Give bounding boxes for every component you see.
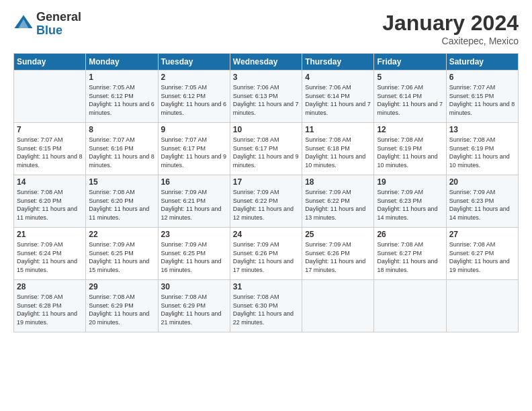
- day-info: Sunrise: 7:07 AMSunset: 6:16 PMDaylight:…: [89, 136, 154, 169]
- header: General Blue January 2024 Caxitepec, Mex…: [13, 11, 519, 46]
- weekday-header-thursday: Thursday: [302, 54, 374, 71]
- day-number: 18: [305, 177, 371, 187]
- weekday-header-wednesday: Wednesday: [230, 54, 302, 71]
- day-number: 8: [89, 125, 154, 134]
- day-info: Sunrise: 7:07 AMSunset: 6:15 PMDaylight:…: [449, 83, 515, 117]
- weekday-header-sunday: Sunday: [14, 54, 86, 71]
- day-info: Sunrise: 7:05 AMSunset: 6:12 PMDaylight:…: [161, 83, 227, 117]
- day-info: Sunrise: 7:09 AMSunset: 6:22 PMDaylight:…: [305, 188, 371, 222]
- day-info: Sunrise: 7:06 AMSunset: 6:14 PMDaylight:…: [377, 83, 443, 117]
- calendar-cell: 8Sunrise: 7:07 AMSunset: 6:16 PMDaylight…: [86, 123, 158, 175]
- day-number: 31: [233, 282, 299, 291]
- day-info: Sunrise: 7:08 AMSunset: 6:19 PMDaylight:…: [377, 136, 443, 169]
- calendar-cell: 15Sunrise: 7:08 AMSunset: 6:20 PMDayligh…: [86, 175, 158, 228]
- calendar-cell: 17Sunrise: 7:09 AMSunset: 6:22 PMDayligh…: [230, 175, 302, 228]
- calendar-cell: 5Sunrise: 7:06 AMSunset: 6:14 PMDaylight…: [374, 71, 446, 123]
- day-number: 26: [377, 230, 443, 239]
- calendar-cell: 10Sunrise: 7:08 AMSunset: 6:17 PMDayligh…: [230, 123, 302, 175]
- calendar-cell: 29Sunrise: 7:08 AMSunset: 6:29 PMDayligh…: [86, 280, 158, 332]
- calendar-cell: 4Sunrise: 7:06 AMSunset: 6:14 PMDaylight…: [302, 71, 374, 123]
- logo-general-text: General: [36, 11, 81, 24]
- calendar-cell: 14Sunrise: 7:08 AMSunset: 6:20 PMDayligh…: [14, 175, 86, 228]
- logo: General Blue: [13, 11, 81, 38]
- day-number: 16: [161, 177, 227, 187]
- week-row-0: 1Sunrise: 7:05 AMSunset: 6:12 PMDaylight…: [14, 71, 519, 123]
- calendar-cell: [374, 280, 446, 332]
- day-number: 9: [161, 125, 227, 134]
- calendar-cell: 21Sunrise: 7:09 AMSunset: 6:24 PMDayligh…: [14, 228, 86, 280]
- calendar-cell: 11Sunrise: 7:08 AMSunset: 6:18 PMDayligh…: [302, 123, 374, 175]
- day-number: 6: [449, 73, 515, 82]
- day-info: Sunrise: 7:08 AMSunset: 6:17 PMDaylight:…: [233, 136, 299, 169]
- day-info: Sunrise: 7:06 AMSunset: 6:14 PMDaylight:…: [305, 83, 371, 117]
- day-info: Sunrise: 7:09 AMSunset: 6:26 PMDaylight:…: [305, 240, 371, 274]
- day-info: Sunrise: 7:09 AMSunset: 6:23 PMDaylight:…: [377, 188, 443, 222]
- calendar-cell: 9Sunrise: 7:07 AMSunset: 6:17 PMDaylight…: [158, 123, 230, 175]
- calendar-cell: 26Sunrise: 7:08 AMSunset: 6:27 PMDayligh…: [374, 228, 446, 280]
- weekday-header-monday: Monday: [86, 54, 158, 71]
- day-number: 27: [449, 230, 515, 239]
- day-info: Sunrise: 7:09 AMSunset: 6:23 PMDaylight:…: [449, 188, 515, 222]
- day-info: Sunrise: 7:09 AMSunset: 6:21 PMDaylight:…: [161, 188, 227, 222]
- day-number: 19: [377, 177, 443, 187]
- day-number: 14: [17, 177, 83, 187]
- day-info: Sunrise: 7:09 AMSunset: 6:26 PMDaylight:…: [233, 240, 299, 274]
- day-number: 7: [17, 125, 83, 134]
- day-info: Sunrise: 7:08 AMSunset: 6:20 PMDaylight:…: [89, 188, 154, 222]
- week-row-2: 14Sunrise: 7:08 AMSunset: 6:20 PMDayligh…: [14, 175, 519, 228]
- day-number: 4: [305, 73, 371, 82]
- location: Caxitepec, Mexico: [382, 36, 519, 46]
- title-block: January 2024 Caxitepec, Mexico: [382, 11, 519, 46]
- page: General Blue January 2024 Caxitepec, Mex…: [0, 0, 532, 411]
- calendar-cell: 1Sunrise: 7:05 AMSunset: 6:12 PMDaylight…: [86, 71, 158, 123]
- day-info: Sunrise: 7:05 AMSunset: 6:12 PMDaylight:…: [89, 83, 154, 117]
- week-row-3: 21Sunrise: 7:09 AMSunset: 6:24 PMDayligh…: [14, 228, 519, 280]
- day-number: 23: [161, 230, 227, 239]
- day-info: Sunrise: 7:08 AMSunset: 6:30 PMDaylight:…: [233, 293, 299, 326]
- calendar-cell: 28Sunrise: 7:08 AMSunset: 6:28 PMDayligh…: [14, 280, 86, 332]
- calendar-cell: [14, 71, 86, 123]
- calendar-cell: 30Sunrise: 7:08 AMSunset: 6:29 PMDayligh…: [158, 280, 230, 332]
- day-number: 12: [377, 125, 443, 134]
- day-info: Sunrise: 7:09 AMSunset: 6:25 PMDaylight:…: [89, 240, 154, 274]
- day-number: 2: [161, 73, 227, 82]
- calendar-cell: 19Sunrise: 7:09 AMSunset: 6:23 PMDayligh…: [374, 175, 446, 228]
- calendar-cell: 7Sunrise: 7:07 AMSunset: 6:15 PMDaylight…: [14, 123, 86, 175]
- calendar-cell: 24Sunrise: 7:09 AMSunset: 6:26 PMDayligh…: [230, 228, 302, 280]
- month-title: January 2024: [382, 11, 519, 36]
- day-number: 24: [233, 230, 299, 239]
- day-info: Sunrise: 7:08 AMSunset: 6:29 PMDaylight:…: [161, 293, 227, 326]
- calendar-table: SundayMondayTuesdayWednesdayThursdayFrid…: [13, 53, 519, 332]
- day-number: 1: [89, 73, 154, 82]
- calendar-cell: 31Sunrise: 7:08 AMSunset: 6:30 PMDayligh…: [230, 280, 302, 332]
- day-number: 30: [161, 282, 227, 291]
- day-number: 10: [233, 125, 299, 134]
- day-number: 29: [89, 282, 154, 291]
- weekday-header-row: SundayMondayTuesdayWednesdayThursdayFrid…: [14, 54, 519, 71]
- day-info: Sunrise: 7:09 AMSunset: 6:24 PMDaylight:…: [17, 240, 83, 274]
- day-info: Sunrise: 7:07 AMSunset: 6:15 PMDaylight:…: [17, 136, 83, 169]
- day-info: Sunrise: 7:06 AMSunset: 6:13 PMDaylight:…: [233, 83, 299, 117]
- calendar-cell: 18Sunrise: 7:09 AMSunset: 6:22 PMDayligh…: [302, 175, 374, 228]
- calendar-cell: 22Sunrise: 7:09 AMSunset: 6:25 PMDayligh…: [86, 228, 158, 280]
- weekday-header-saturday: Saturday: [446, 54, 518, 71]
- day-number: 20: [449, 177, 515, 187]
- day-info: Sunrise: 7:08 AMSunset: 6:18 PMDaylight:…: [305, 136, 371, 169]
- calendar-cell: [302, 280, 374, 332]
- day-info: Sunrise: 7:08 AMSunset: 6:19 PMDaylight:…: [449, 136, 515, 169]
- day-number: 17: [233, 177, 299, 187]
- day-info: Sunrise: 7:08 AMSunset: 6:27 PMDaylight:…: [377, 240, 443, 274]
- weekday-header-friday: Friday: [374, 54, 446, 71]
- day-number: 13: [449, 125, 515, 134]
- calendar-cell: 27Sunrise: 7:08 AMSunset: 6:27 PMDayligh…: [446, 228, 518, 280]
- day-info: Sunrise: 7:07 AMSunset: 6:17 PMDaylight:…: [161, 136, 227, 169]
- day-number: 3: [233, 73, 299, 82]
- weekday-header-tuesday: Tuesday: [158, 54, 230, 71]
- calendar-cell: 25Sunrise: 7:09 AMSunset: 6:26 PMDayligh…: [302, 228, 374, 280]
- day-info: Sunrise: 7:09 AMSunset: 6:25 PMDaylight:…: [161, 240, 227, 274]
- calendar-cell: 23Sunrise: 7:09 AMSunset: 6:25 PMDayligh…: [158, 228, 230, 280]
- day-info: Sunrise: 7:08 AMSunset: 6:29 PMDaylight:…: [89, 293, 154, 326]
- day-number: 25: [305, 230, 371, 239]
- day-number: 21: [17, 230, 83, 239]
- calendar-cell: 13Sunrise: 7:08 AMSunset: 6:19 PMDayligh…: [446, 123, 518, 175]
